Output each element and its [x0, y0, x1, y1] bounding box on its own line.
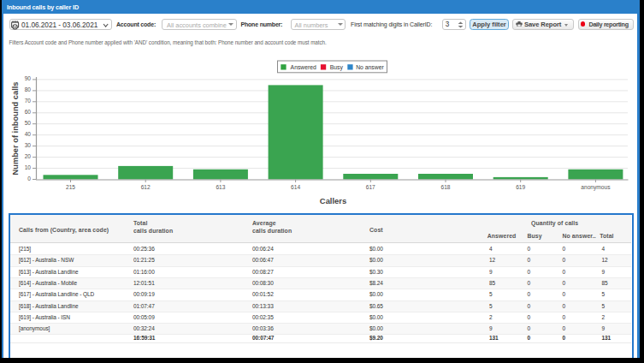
svg-text:10: 10 — [25, 164, 32, 170]
svg-text:617: 617 — [366, 184, 375, 190]
svg-text:20: 20 — [25, 153, 32, 159]
svg-text:619: 619 — [516, 184, 525, 190]
svg-text:70: 70 — [25, 98, 32, 104]
svg-text:40: 40 — [25, 131, 32, 137]
svg-text:613: 613 — [216, 184, 225, 190]
svg-text:Number of inbound calls: Number of inbound calls — [11, 82, 20, 176]
svg-text:Callers: Callers — [320, 196, 346, 205]
svg-text:60: 60 — [25, 109, 32, 115]
svg-text:80: 80 — [25, 86, 32, 92]
svg-text:618: 618 — [440, 184, 450, 190]
svg-text:anonymous: anonymous — [581, 184, 611, 191]
svg-text:Answered: Answered — [291, 64, 316, 70]
svg-text:215: 215 — [66, 184, 75, 190]
svg-text:30: 30 — [25, 142, 32, 148]
svg-text:90: 90 — [25, 75, 32, 81]
svg-text:614: 614 — [291, 184, 300, 190]
svg-text:Busy: Busy — [330, 64, 344, 71]
svg-text:No answer: No answer — [356, 64, 384, 70]
svg-text:612: 612 — [141, 184, 151, 190]
svg-text:0: 0 — [27, 176, 31, 182]
svg-text:50: 50 — [25, 120, 32, 126]
